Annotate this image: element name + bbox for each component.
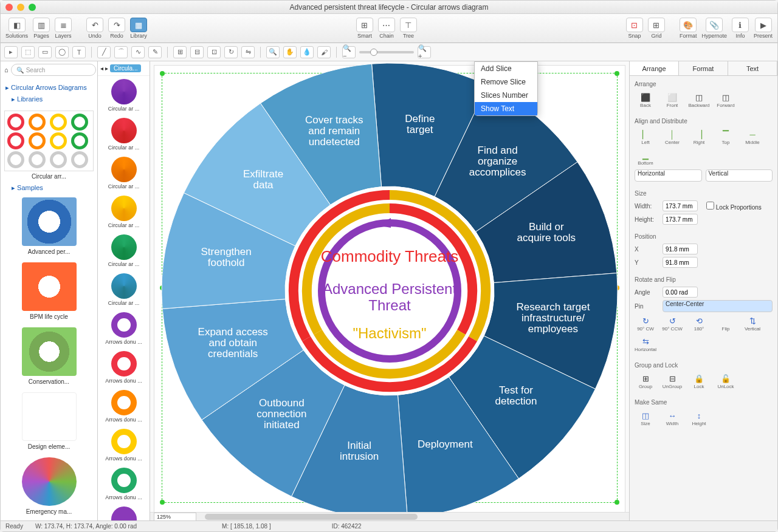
distribute-tool[interactable]: ⊡ — [207, 46, 221, 58]
angle-input[interactable] — [663, 287, 698, 298]
arc-tool[interactable]: ⌒ — [114, 46, 128, 58]
pages-button[interactable]: ▥ — [33, 18, 50, 32]
distribute-h-select[interactable]: Horizontal — [635, 169, 702, 182]
align-right-button[interactable]: ▕Right — [688, 129, 710, 145]
chain-button[interactable]: ⋯ — [378, 18, 395, 32]
rotate-180-button[interactable]: ⟲180° — [688, 316, 710, 332]
ctx-slices-number[interactable]: Slices Number — [475, 89, 537, 102]
flip-vertical-button[interactable]: ⇅Vertical — [742, 316, 763, 332]
text-tool[interactable]: T — [72, 46, 86, 58]
zoom-tool[interactable]: 🔍 — [266, 46, 280, 58]
rotate-90cw-button[interactable]: ↻90° CW — [635, 316, 656, 332]
flip-tool[interactable]: ⇋ — [241, 46, 255, 58]
lib-item[interactable]: Circular ar ... — [98, 270, 150, 309]
undo-button[interactable]: ↶ — [86, 18, 103, 32]
make-same-height-button[interactable]: ↕Height — [688, 411, 710, 426]
tab-text[interactable]: Text — [728, 61, 777, 75]
lib-item[interactable]: Arrows donu ... — [98, 309, 150, 348]
lib-item[interactable]: Arrows donu ... — [98, 348, 150, 387]
ctx-show-text[interactable]: Show Text — [475, 102, 537, 115]
pen-tool[interactable]: ✎ — [148, 46, 162, 58]
send-backward-button[interactable]: ◫Backward — [688, 92, 710, 108]
grid-button[interactable]: ⊞ — [648, 18, 665, 32]
library-header[interactable]: ◂▸Circula... — [98, 61, 150, 76]
layers-button[interactable]: ≣ — [55, 18, 72, 32]
height-input[interactable] — [663, 214, 698, 225]
rotate-tool[interactable]: ↻ — [224, 46, 238, 58]
library-thumbs[interactable] — [4, 111, 94, 171]
pin-select[interactable]: Center-Center — [663, 300, 773, 312]
zoom-out-button[interactable]: 🔍− — [342, 46, 356, 58]
lib-item[interactable]: Circular ar ... — [98, 76, 150, 115]
sample-item[interactable]: BPM life cycle — [1, 259, 97, 324]
ctx-add-slice[interactable]: Add Slice — [475, 62, 537, 75]
align-middle-button[interactable]: ─Middle — [742, 129, 763, 145]
tree-libraries[interactable]: ▸ Libraries — [4, 94, 94, 105]
sample-item[interactable]: Design eleme... — [1, 389, 97, 454]
send-back-button[interactable]: ⬛Back — [635, 92, 656, 108]
group-tool[interactable]: ⊞ — [173, 46, 187, 58]
lib-item[interactable]: Arrows donu ... — [98, 465, 150, 503]
sample-item[interactable]: Advanced per... — [1, 194, 97, 259]
ungroup-button[interactable]: ⊟UnGroup — [661, 373, 683, 389]
tab-format[interactable]: Format — [679, 61, 728, 75]
tree-samples[interactable]: ▸ Samples — [1, 182, 97, 194]
ellipse-tool[interactable]: ◯ — [55, 46, 69, 58]
circular-diagram[interactable]: DefinetargetFind andorganizeaccomplicesB… — [159, 61, 621, 520]
lib-item[interactable]: Circular ar ... — [98, 193, 150, 231]
redo-button[interactable]: ↷ — [108, 18, 125, 32]
bring-forward-button[interactable]: ◫Forward — [715, 92, 737, 108]
distribute-v-select[interactable]: Vertical — [706, 169, 773, 182]
tab-arrange[interactable]: Arrange — [630, 61, 679, 75]
sample-item[interactable]: Emergency ma... — [1, 454, 97, 519]
zoom-slider[interactable] — [359, 51, 414, 53]
lib-item[interactable]: Ring chart ... — [98, 503, 150, 520]
group-button[interactable]: ⊞Group — [635, 373, 656, 389]
search-input[interactable]: 🔍Search — [11, 64, 96, 76]
bring-front-button[interactable]: ⬜Front — [661, 92, 683, 108]
align-left-button[interactable]: ▏Left — [635, 129, 656, 145]
canvas-area[interactable]: DefinetargetFind andorganizeaccomplicesB… — [150, 61, 629, 520]
horizontal-scrollbar[interactable]: 125% — [150, 512, 629, 520]
hand-tool[interactable]: ✋ — [283, 46, 297, 58]
spline-tool[interactable]: ∿ — [131, 46, 145, 58]
rect-tool[interactable]: ▭ — [38, 46, 52, 58]
zoom-in-button[interactable]: 🔍+ — [418, 46, 431, 58]
tree-button[interactable]: ⊤ — [400, 18, 417, 32]
solutions-button[interactable]: ◧ — [9, 18, 26, 32]
x-input[interactable] — [663, 244, 698, 254]
align-top-button[interactable]: ▔Top — [715, 129, 737, 145]
lib-item[interactable]: Arrows donu ... — [98, 426, 150, 465]
lock-button[interactable]: 🔒Lock — [688, 373, 710, 389]
align-center-button[interactable]: │Center — [661, 129, 683, 145]
ctx-remove-slice[interactable]: Remove Slice — [475, 75, 537, 89]
lib-item[interactable]: Circular ar ... — [98, 115, 150, 154]
lock-proportions-checkbox[interactable] — [706, 202, 714, 210]
home-icon[interactable]: ⌂ — [4, 66, 9, 73]
hypernote-button[interactable]: 📎 — [706, 18, 723, 32]
eyedrop-tool[interactable]: 💧 — [300, 46, 314, 58]
rotate-90ccw-button[interactable]: ↺90° CCW — [661, 316, 683, 332]
align-bottom-button[interactable]: ▁Bottom — [635, 150, 656, 166]
info-button[interactable]: ℹ — [732, 18, 749, 32]
flip-horizontal-button[interactable]: ⇆Horizontal — [635, 336, 656, 352]
zoom-combo[interactable]: 125% — [154, 513, 196, 520]
present-button[interactable]: ▶ — [755, 18, 772, 32]
lib-item[interactable]: Circular ar ... — [98, 154, 150, 193]
unlock-button[interactable]: 🔓UnLock — [715, 373, 737, 389]
tree-heading[interactable]: ▸ Circular Arrows Diagrams — [4, 82, 94, 94]
lib-item[interactable]: Circular ar ... — [98, 231, 150, 270]
smart-button[interactable]: ⊞ — [356, 18, 373, 32]
brush-tool[interactable]: 🖌 — [317, 46, 331, 58]
line-tool[interactable]: ╱ — [97, 46, 111, 58]
lib-item[interactable]: Arrows donu ... — [98, 387, 150, 426]
width-input[interactable] — [663, 200, 698, 211]
sample-item[interactable]: Conservation... — [1, 324, 97, 389]
align-tool[interactable]: ⊟ — [190, 46, 204, 58]
select-tool[interactable]: ⬚ — [21, 46, 35, 58]
pointer-tool[interactable]: ▸ — [4, 46, 18, 58]
make-same-width-button[interactable]: ↔Width — [661, 411, 683, 426]
format-button[interactable]: 🎨 — [680, 18, 697, 32]
make-same-size-button[interactable]: ◫Size — [635, 411, 656, 426]
library-button[interactable]: ▦ — [130, 18, 147, 32]
